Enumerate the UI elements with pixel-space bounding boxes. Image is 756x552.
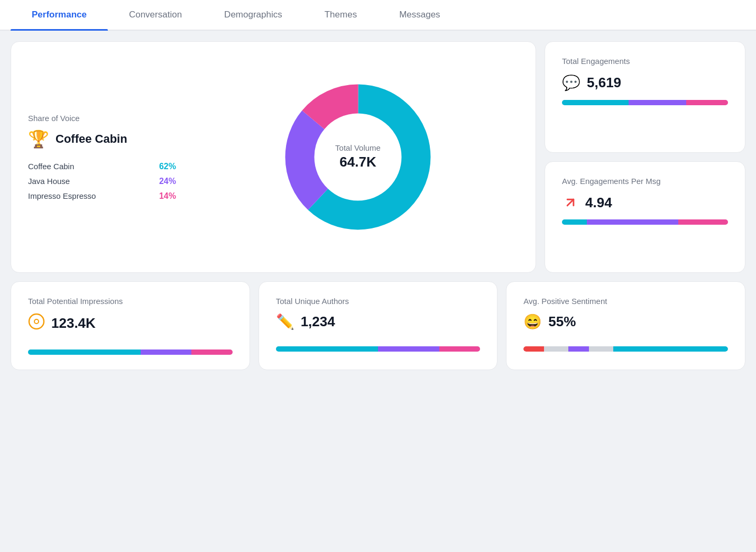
- sentiment-bar-purple: [568, 346, 589, 352]
- trophy-icon: 🏆: [28, 129, 49, 149]
- sov-item-pct-2: 14%: [159, 191, 176, 201]
- total-authors-card: Total Unique Authors ✏️ 1,234: [259, 281, 498, 370]
- sentiment-bar-gap1: [544, 346, 568, 352]
- sov-item-name-2: Impresso Espresso: [28, 191, 96, 200]
- donut-container: Total Volume 64.7K: [197, 57, 519, 257]
- avg-engagements-card: Avg. Engagements Per Msg 4.94: [545, 161, 745, 273]
- sov-item-name-1: Java House: [28, 177, 70, 186]
- tab-messages[interactable]: Messages: [378, 0, 461, 30]
- tab-themes[interactable]: Themes: [303, 0, 378, 30]
- right-col: Total Engagements 💬 5,619 Avg. Engagemen…: [545, 41, 745, 273]
- total-engagements-card: Total Engagements 💬 5,619: [545, 41, 745, 153]
- authors-bar: [276, 346, 481, 352]
- authors-value: 1,234: [301, 314, 335, 330]
- avg-engagements-bar: [562, 219, 728, 225]
- tab-performance[interactable]: Performance: [11, 0, 108, 30]
- sov-item-pct-1: 24%: [159, 177, 176, 186]
- progress-bar-teal: [562, 100, 629, 105]
- sentiment-bar-gap2: [589, 346, 613, 352]
- auth-bar-purple: [378, 346, 439, 352]
- sentiment-value-row: 😄 55%: [523, 313, 728, 330]
- eye-icon: [28, 313, 45, 334]
- sentiment-bar-red: [523, 346, 544, 352]
- sov-left: Share of Voice 🏆 Coffee Cabin Coffee Cab…: [28, 114, 176, 201]
- total-engagements-bar: [562, 100, 728, 105]
- impressions-bar: [28, 349, 233, 355]
- authors-value-row: ✏️ 1,234: [276, 313, 481, 330]
- imp-bar-purple: [141, 349, 192, 355]
- avg-engagements-label: Avg. Engagements Per Msg: [562, 177, 728, 186]
- svg-line-0: [567, 199, 574, 206]
- bottom-row: Total Potential Impressions 123.4K T: [11, 281, 745, 370]
- sov-item-name-0: Coffee Cabin: [28, 162, 74, 171]
- svg-point-3: [35, 320, 38, 323]
- main-content: Share of Voice 🏆 Coffee Cabin Coffee Cab…: [0, 31, 756, 381]
- sentiment-bar-teal: [613, 346, 728, 352]
- total-engagements-value-row: 💬 5,619: [562, 74, 728, 91]
- sov-item-impresso: Impresso Espresso 14%: [28, 191, 176, 201]
- chat-bubble-icon: 💬: [562, 74, 580, 91]
- donut-center-value: 64.7K: [339, 154, 376, 170]
- sov-brand-name: Coffee Cabin: [56, 132, 127, 146]
- impressions-value-row: 123.4K: [28, 313, 233, 334]
- avg-progress-bar-pink: [678, 219, 728, 225]
- avg-engagements-value-row: 4.94: [562, 194, 728, 211]
- total-impressions-card: Total Potential Impressions 123.4K: [11, 281, 250, 370]
- auth-bar-pink: [439, 346, 480, 352]
- imp-bar-pink: [191, 349, 232, 355]
- pencil-icon: ✏️: [276, 313, 294, 330]
- progress-bar-pink: [686, 100, 728, 105]
- authors-label: Total Unique Authors: [276, 297, 481, 306]
- tab-nav: Performance Conversation Demographics Th…: [0, 0, 756, 31]
- impressions-label: Total Potential Impressions: [28, 297, 233, 306]
- total-engagements-value: 5,619: [587, 75, 621, 91]
- avg-progress-bar-teal: [562, 219, 587, 225]
- avg-sentiment-card: Avg. Positive Sentiment 😄 55%: [506, 281, 745, 370]
- top-row: Share of Voice 🏆 Coffee Cabin Coffee Cab…: [11, 41, 745, 273]
- sov-item-pct-0: 62%: [159, 162, 176, 171]
- sentiment-label: Avg. Positive Sentiment: [523, 297, 728, 306]
- tab-demographics[interactable]: Demographics: [203, 0, 303, 30]
- avg-progress-bar-purple: [587, 219, 678, 225]
- auth-bar-teal: [276, 346, 378, 352]
- sov-items: Coffee Cabin 62% Java House 24% Impresso…: [28, 162, 176, 201]
- donut-center-label: Total Volume: [335, 143, 381, 152]
- sov-brand: 🏆 Coffee Cabin: [28, 129, 176, 149]
- total-engagements-label: Total Engagements: [562, 57, 728, 66]
- sov-label: Share of Voice: [28, 114, 176, 123]
- imp-bar-teal: [28, 349, 141, 355]
- arrow-up-right-icon: [562, 194, 579, 211]
- sentiment-value: 55%: [548, 314, 576, 330]
- sov-item-coffee-cabin: Coffee Cabin 62%: [28, 162, 176, 171]
- donut-chart: Total Volume 64.7K: [273, 72, 442, 242]
- sov-item-java-house: Java House 24%: [28, 177, 176, 186]
- share-of-voice-card: Share of Voice 🏆 Coffee Cabin Coffee Cab…: [11, 41, 536, 273]
- tab-conversation[interactable]: Conversation: [108, 0, 203, 30]
- impressions-value: 123.4K: [51, 315, 96, 332]
- sentiment-bar: [523, 346, 728, 352]
- avg-engagements-value: 4.94: [585, 195, 612, 211]
- progress-bar-purple: [629, 100, 687, 105]
- smiley-icon: 😄: [523, 313, 542, 330]
